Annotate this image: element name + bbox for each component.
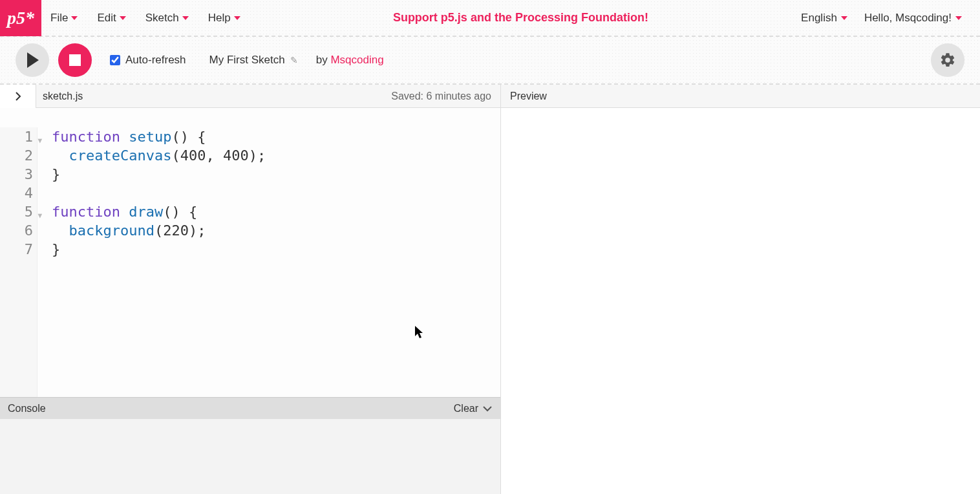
language-selector[interactable]: English [801,12,847,25]
settings-button[interactable] [931,43,964,77]
toolbar: Auto-refresh My First Sketch ✎ by Msqcod… [0,37,980,85]
autorefresh-toggle[interactable]: Auto-refresh [110,54,186,67]
menu-help[interactable]: Help [208,12,240,25]
menu-sketch[interactable]: Sketch [145,12,189,25]
preview-header: Preview [501,85,980,108]
chevron-down-icon [482,405,493,413]
caret-down-icon [234,16,240,20]
editor-column: sketch.js Saved: 6 minutes ago 1234567 f… [0,85,501,494]
sidebar-expand-button[interactable] [0,85,36,108]
top-nav: p5* File Edit Sketch Help Support p5.js … [0,0,980,37]
autorefresh-checkbox[interactable] [110,55,120,65]
console-label: Console [8,403,46,414]
stop-button[interactable] [58,43,92,77]
code-editor[interactable]: 1234567 function setup() { createCanvas(… [0,108,500,397]
main-area: sketch.js Saved: 6 minutes ago 1234567 f… [0,85,980,494]
caret-down-icon [71,16,78,20]
p5-logo[interactable]: p5* [0,0,41,36]
file-bar: sketch.js Saved: 6 minutes ago [0,85,500,108]
svg-marker-0 [27,52,39,68]
play-icon [26,52,39,68]
edit-name-icon[interactable]: ✎ [290,55,298,65]
play-button[interactable] [16,43,49,77]
caret-down-icon [841,16,847,20]
right-nav: English Hello, Msqcoding! [801,12,980,25]
gear-icon [939,52,956,69]
line-gutter: 1234567 [0,127,37,397]
caret-down-icon [120,16,126,20]
console-body[interactable] [0,419,500,494]
author-link[interactable]: Msqcoding [330,54,383,66]
caret-down-icon [182,16,189,20]
filename-tab[interactable]: sketch.js [36,91,83,102]
support-link[interactable]: Support p5.js and the Processing Foundat… [240,11,801,25]
sketch-name-text: My First Sketch [209,54,285,67]
preview-canvas [501,108,980,494]
console-clear-button[interactable]: Clear [454,403,493,414]
console-header: Console Clear [0,397,500,419]
caret-down-icon [955,16,962,20]
autorefresh-label: Auto-refresh [125,54,186,67]
menu-bar: File Edit Sketch Help [41,12,240,25]
saved-status: Saved: 6 minutes ago [391,91,500,102]
sketch-name: My First Sketch ✎ [209,54,298,67]
menu-file[interactable]: File [50,12,78,25]
stop-icon [69,54,81,66]
code-body[interactable]: function setup() { createCanvas(400, 400… [37,127,266,397]
menu-edit[interactable]: Edit [97,12,125,25]
chevron-right-icon [14,91,22,102]
byline: by Msqcoding [316,54,384,67]
user-menu[interactable]: Hello, Msqcoding! [864,12,962,25]
preview-column: Preview [501,85,980,494]
